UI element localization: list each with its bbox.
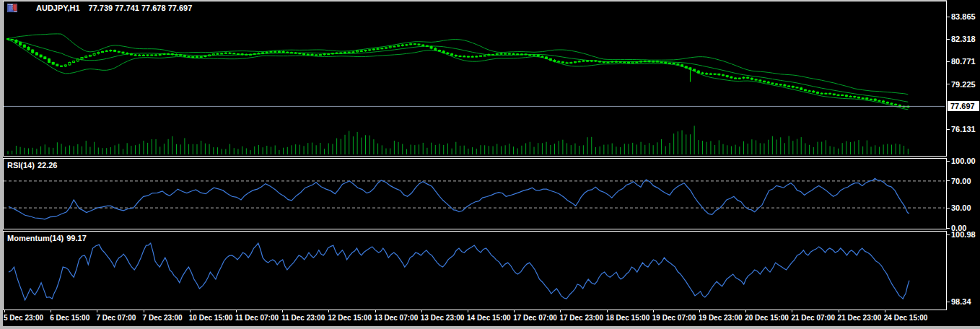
time-tick-mark	[236, 310, 237, 312]
time-tick-label: 10 Dec 15:00	[189, 314, 233, 322]
axis-tick-mark	[947, 17, 950, 17]
candlestick-chart[interactable]	[4, 1, 946, 156]
time-tick-mark	[282, 310, 283, 312]
price-tick-label: 70.00	[951, 176, 971, 186]
momentum-indicator-panel[interactable]: Momentum(14) 99.17	[3, 231, 947, 310]
time-tick-mark	[699, 310, 700, 312]
time-tick-label: 6 Dec 15:00	[50, 314, 89, 322]
time-tick-mark	[190, 310, 191, 312]
rsi-indicator-name: RSI(14)	[7, 161, 35, 170]
time-tick-label: 19 Dec 07:00	[652, 314, 696, 322]
time-tick-label: 14 Dec 15:00	[467, 314, 511, 322]
ohlc-quote-label: 77.739 77.741 77.678 77.697	[89, 4, 193, 12]
time-tick-label: 17 Dec 07:00	[513, 314, 557, 322]
time-tick-label: 17 Dec 23:00	[559, 314, 603, 322]
window-bottom-frame	[0, 326, 980, 329]
price-tick-label: 100.00	[951, 156, 976, 166]
time-axis[interactable]: 5 Dec 23:006 Dec 15:007 Dec 07:007 Dec 2…	[3, 310, 947, 326]
time-tick-mark	[653, 310, 654, 312]
time-tick-label: 12 Dec 15:00	[328, 314, 372, 322]
time-tick-mark	[607, 310, 608, 312]
axis-tick-mark	[947, 61, 950, 62]
axis-tick-mark	[947, 129, 950, 130]
time-tick-label: 19 Dec 23:00	[699, 314, 743, 322]
momentum-indicator-value: 99.17	[66, 234, 87, 242]
time-tick-label: 20 Dec 15:00	[745, 314, 789, 322]
time-tick-mark	[792, 310, 792, 312]
chart-title: AUDJPY,H1 77.739 77.741 77.678 77.697	[7, 4, 192, 12]
time-tick-label: 11 Dec 07:00	[235, 314, 279, 322]
time-tick-mark	[885, 310, 885, 312]
time-tick-mark	[4, 310, 5, 312]
time-tick-label: 7 Dec 23:00	[143, 314, 183, 322]
rsi-indicator-panel[interactable]: RSI(14) 22.26	[3, 158, 947, 229]
axis-tick-mark	[947, 228, 950, 229]
time-tick-mark	[51, 310, 51, 312]
price-tick-label: 98.34	[951, 297, 971, 307]
axis-tick-mark	[947, 208, 950, 209]
price-tick-label: 30.00	[951, 203, 971, 213]
axis-tick-mark	[947, 234, 950, 235]
momentum-label: Momentum(14) 99.17	[7, 234, 87, 242]
time-tick-label: 13 Dec 07:00	[375, 314, 419, 322]
axis-tick-mark	[947, 302, 950, 302]
rsi-chart[interactable]	[4, 159, 946, 229]
time-tick-mark	[144, 310, 144, 312]
price-tick-label: 76.131	[951, 124, 976, 134]
time-tick-mark	[745, 310, 746, 312]
momentum-indicator-name: Momentum(14)	[7, 234, 64, 242]
time-tick-label: 11 Dec 23:00	[281, 314, 325, 322]
time-tick-mark	[328, 310, 329, 312]
time-tick-label: 21 Dec 07:00	[791, 314, 835, 322]
time-tick-mark	[839, 310, 839, 312]
price-tick-label: 79.225	[951, 79, 976, 89]
price-tick-label: 82.318	[951, 34, 976, 44]
time-tick-label: 18 Dec 15:00	[606, 314, 650, 322]
axis-tick-mark	[947, 84, 950, 84]
price-tick-label: 80.771	[951, 56, 976, 66]
chart-window: AUDJPY,H1 77.739 77.741 77.678 77.697 RS…	[0, 0, 980, 329]
axis-tick-mark	[947, 39, 950, 40]
time-tick-mark	[421, 310, 422, 312]
time-tick-label: 21 Dec 23:00	[838, 314, 882, 322]
one-click-trading-icon[interactable]	[22, 4, 32, 12]
time-tick-label: 5 Dec 23:00	[4, 314, 43, 322]
axis-tick-mark	[947, 161, 950, 162]
symbol-period-label: AUDJPY,H1	[36, 4, 80, 12]
current-price-label: 77.697	[948, 101, 979, 111]
time-tick-label: 7 Dec 07:00	[96, 314, 136, 322]
time-tick-mark	[375, 310, 376, 312]
price-tick-label: 100.98	[951, 229, 976, 240]
time-tick-label: 24 Dec 15:00	[884, 314, 928, 322]
rsi-label: RSI(14) 22.26	[7, 161, 57, 170]
axis-tick-mark	[947, 180, 950, 181]
price-axis[interactable]: 77.697 83.86582.31880.77179.22576.131100…	[947, 0, 980, 326]
time-tick-mark	[468, 310, 468, 312]
rsi-indicator-value: 22.26	[38, 161, 58, 170]
price-tick-label: 83.865	[951, 12, 976, 22]
time-tick-mark	[560, 310, 561, 312]
time-tick-mark	[97, 310, 97, 312]
time-tick-mark	[514, 310, 515, 312]
time-tick-label: 13 Dec 23:00	[421, 314, 465, 322]
momentum-chart[interactable]	[4, 232, 946, 310]
price-chart-panel[interactable]: AUDJPY,H1 77.739 77.741 77.678 77.697	[3, 1, 947, 157]
